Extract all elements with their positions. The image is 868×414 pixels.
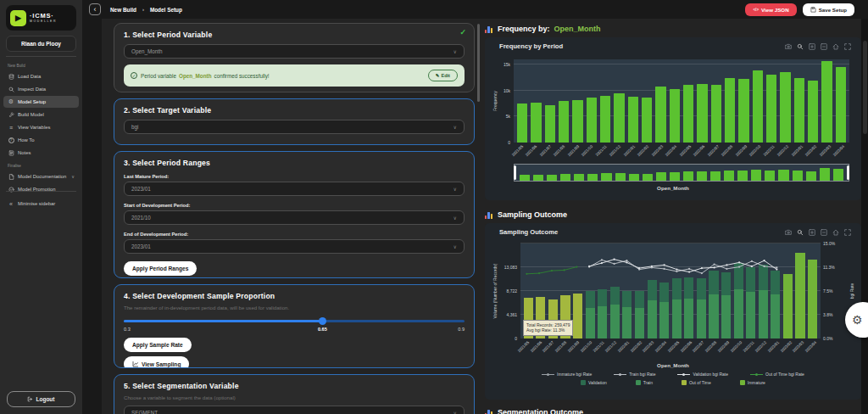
frequency-y-axis-label: Frequency	[492, 91, 498, 111]
sidebar-item-view-variables[interactable]: ≡ View Variables	[3, 121, 79, 133]
view-sampling-button[interactable]: View Sampling	[124, 356, 189, 368]
minimise-sidebar-button[interactable]: « Minimise sidebar	[3, 198, 79, 210]
legend-item: Out of Time	[682, 380, 711, 385]
sidebar-item-load-data[interactable]: Load Data	[3, 70, 79, 82]
sampling-xticks: 2021/052021/062021/072021/082021/092021/…	[520, 338, 821, 359]
autoscale-home-icon[interactable]	[832, 229, 839, 236]
steps-scrollbar[interactable]	[477, 24, 480, 102]
sidebar-item-model-documentation[interactable]: Model Documentation ∨	[3, 171, 79, 182]
frequency-bars	[514, 59, 849, 143]
sidebar-item-label: View Variables	[18, 125, 50, 130]
freq-bar	[572, 100, 582, 143]
bar-chart-icon	[485, 409, 493, 414]
frequency-rangeslider[interactable]	[514, 164, 849, 182]
sidebar-item-label: Inspect Data	[18, 87, 46, 92]
save-setup-button[interactable]: Save Setup	[803, 3, 854, 16]
range-mini-bar	[643, 174, 653, 181]
range-mini-bar	[574, 174, 584, 181]
apply-period-ranges-button[interactable]: Apply Period Ranges	[124, 261, 197, 276]
zoom-icon[interactable]	[797, 43, 804, 50]
dev-start-dropdown[interactable]: 2021/10 ∨	[124, 210, 465, 225]
freq-bar	[614, 93, 624, 143]
hammer-icon	[8, 111, 14, 118]
y-tick-label: 5k	[492, 114, 510, 119]
top-bar: ‹ New Build › Model Setup </> View JSON …	[82, 0, 868, 19]
sample-proportion-slider[interactable]	[124, 317, 465, 325]
zoom-in-icon[interactable]	[809, 43, 815, 50]
breadcrumb-new-build[interactable]: New Build	[110, 7, 136, 13]
zoom-in-icon[interactable]	[809, 229, 815, 236]
range-mini-bar	[560, 174, 570, 181]
y-tick-label: 13,083	[495, 265, 517, 270]
chart-toolbar	[785, 43, 851, 50]
divider	[6, 191, 76, 192]
back-button[interactable]: ‹	[89, 3, 101, 15]
page-scrollbar-thumb[interactable]	[863, 41, 867, 134]
legend-item: Train	[636, 380, 653, 385]
sidebar-section-new-build: New Build	[0, 59, 82, 70]
slider-min-label: 0.3	[124, 327, 131, 332]
page-scrollbar	[861, 19, 868, 414]
segmentation-variable-dropdown[interactable]: SEGMENT ∨	[124, 406, 465, 414]
range-mini-bar	[820, 168, 830, 181]
target-variable-dropdown[interactable]: bgi ∨	[124, 120, 465, 134]
freq-bar	[655, 87, 665, 143]
rangeslider-right-handle[interactable]	[847, 165, 849, 180]
legend-item: Out of Time bgi Rate	[750, 372, 804, 377]
apply-sample-rate-button[interactable]: Apply Sample Rate	[124, 338, 192, 352]
chevron-down-icon: ∨	[453, 243, 457, 249]
logout-button[interactable]: Logout	[7, 391, 75, 407]
range-mini-bar	[656, 172, 666, 181]
chevron-down-icon: ∨	[453, 215, 457, 221]
chevron-down-icon: ∨	[453, 124, 457, 130]
y-tick-label: 8,722	[495, 288, 517, 294]
camera-icon[interactable]	[785, 229, 792, 236]
dev-end-dropdown[interactable]: 2023/01 ∨	[124, 239, 465, 254]
y-tick-label: 11.3%	[823, 265, 849, 270]
model-setup-steps: 1. Select Period Variable ✓ Open_Month ∨…	[114, 23, 475, 414]
sidebar-item-build-model[interactable]: Build Model	[3, 109, 79, 120]
slider-thumb[interactable]	[319, 317, 326, 325]
chevrons-left-icon: «	[8, 200, 14, 207]
range-mini-bar	[547, 175, 557, 181]
freq-bar	[836, 67, 846, 143]
last-mature-period-label: Last Mature Period:	[124, 174, 465, 179]
logo-subtext: MODELLER	[30, 20, 57, 23]
logo-text: ·ICMS·	[30, 12, 57, 20]
freq-bar	[766, 75, 776, 143]
zoom-icon[interactable]	[797, 229, 804, 236]
last-mature-period-dropdown[interactable]: 2023/01 ∨	[124, 182, 465, 196]
slider-value-label: 0.65	[318, 327, 327, 332]
edit-button[interactable]: ✎ Edit	[428, 70, 458, 81]
period-variable-dropdown[interactable]: Open_Month ∨	[124, 44, 465, 59]
sidebar-item-model-promotion[interactable]: Model Promotion	[3, 183, 79, 195]
success-check-icon: ✓	[131, 72, 137, 79]
range-mini-bar	[737, 171, 748, 181]
sampling-legend-bars: ValidationTrainOut of TimeImmature	[492, 380, 854, 385]
view-json-button[interactable]: </> View JSON	[745, 3, 796, 16]
autoscale-home-icon[interactable]	[832, 43, 839, 50]
gear-icon: ⚙	[8, 98, 14, 105]
rangeslider-left-handle[interactable]	[514, 165, 516, 180]
freq-bar	[587, 98, 597, 143]
zoom-out-icon[interactable]	[821, 43, 827, 50]
step3-title: 3. Select Period Ranges	[124, 159, 465, 167]
frequency-variable: Open_Month	[554, 25, 601, 33]
sidebar-item-how-to[interactable]: ? How To	[3, 134, 79, 146]
reset-axes-icon[interactable]	[844, 229, 851, 236]
range-mini-bar	[670, 172, 680, 181]
sidebar-item-inspect-data[interactable]: Inspect Data	[3, 83, 79, 95]
check-icon: ✓	[459, 28, 466, 36]
frequency-xticks: 2021/052021/062021/072021/082021/092021/…	[514, 143, 849, 163]
step5-card: 5. Select Segmentation Variable Choose a…	[114, 374, 475, 414]
sidebar-item-notes[interactable]: Notes	[3, 147, 79, 159]
range-mini-bar	[778, 170, 788, 181]
sidebar-item-model-setup[interactable]: ⚙ Model Setup	[3, 96, 79, 108]
sampling-right-axis-label: bgi Rate	[849, 283, 854, 299]
reset-axes-icon[interactable]	[844, 43, 851, 50]
camera-icon[interactable]	[785, 43, 792, 50]
range-mini-bar	[601, 173, 611, 181]
zoom-out-icon[interactable]	[821, 229, 827, 236]
legend-item: Immature	[740, 380, 765, 385]
document-icon	[8, 173, 14, 180]
